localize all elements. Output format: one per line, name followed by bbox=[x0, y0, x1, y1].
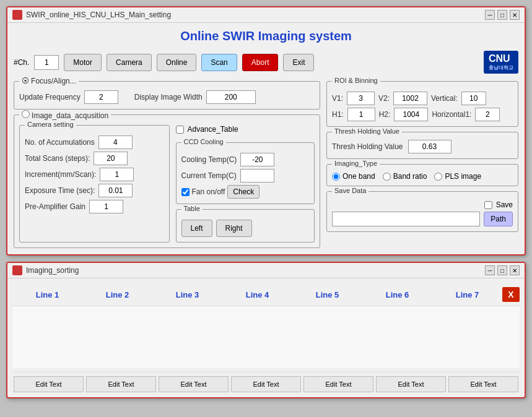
vertical-input[interactable] bbox=[461, 92, 486, 105]
sort-close-x-btn[interactable]: X bbox=[502, 287, 520, 302]
thresh-holding-title: Thresh Holding Value bbox=[332, 127, 402, 135]
save-checkbox-row: Save bbox=[332, 200, 513, 209]
exposure-row: Exposure Time (sec): bbox=[25, 184, 164, 197]
image-data-group: Image_data_acqusition Camera setting No.… bbox=[14, 114, 320, 248]
line-2-tab[interactable]: Line 2 bbox=[82, 290, 152, 299]
current-temp-input[interactable] bbox=[240, 169, 274, 183]
line-3-tab[interactable]: Line 3 bbox=[152, 290, 222, 299]
camera-button[interactable]: Camera bbox=[107, 54, 152, 71]
fan-checkbox[interactable] bbox=[181, 188, 190, 196]
app-icon bbox=[12, 10, 22, 20]
one-band-radio[interactable] bbox=[332, 173, 340, 181]
maximize-btn[interactable]: □ bbox=[497, 10, 507, 20]
sort-title-bar: Imaging_sorting ─ □ ✕ bbox=[7, 263, 525, 278]
edit-text-4-btn[interactable]: Edit Text bbox=[231, 376, 301, 392]
left-button[interactable]: Left bbox=[181, 220, 212, 237]
path-button[interactable]: Path bbox=[484, 212, 513, 226]
display-width-input[interactable] bbox=[206, 90, 256, 104]
edit-text-3-btn[interactable]: Edit Text bbox=[159, 376, 229, 392]
main-window: SWIR_online_HIS_CNU_LHS_Main_setting ─ □… bbox=[6, 6, 526, 256]
sort-minimize-btn[interactable]: ─ bbox=[485, 265, 495, 275]
imaging-type-row: One band Band ratio PLS image bbox=[332, 170, 513, 181]
check-button[interactable]: Check bbox=[227, 185, 259, 199]
h1-input[interactable] bbox=[347, 108, 375, 121]
cooling-temp-label: Cooling Temp(C) bbox=[181, 155, 237, 164]
h2-input[interactable] bbox=[394, 108, 428, 121]
left-panel: ⦿ Focus/Align... Update Frequency Displa… bbox=[14, 81, 320, 248]
ch-input[interactable] bbox=[34, 55, 59, 70]
abort-button[interactable]: Abort bbox=[242, 54, 279, 71]
sort-maximize-btn[interactable]: □ bbox=[497, 265, 507, 275]
edit-text-6-btn[interactable]: Edit Text bbox=[376, 376, 446, 392]
line-6-tab[interactable]: Line 6 bbox=[362, 290, 432, 299]
exposure-input[interactable] bbox=[98, 184, 133, 197]
cooling-temp-input[interactable] bbox=[240, 153, 274, 166]
line-7-tab[interactable]: Line 7 bbox=[432, 290, 502, 299]
main-window-title: SWIR_online_HIS_CNU_LHS_Main_setting bbox=[26, 11, 171, 19]
title-bar-controls: ─ □ ✕ bbox=[485, 10, 520, 20]
thresh-holding-group: Thresh Holding Value Thresh Holding Valu… bbox=[326, 132, 518, 159]
thresh-input[interactable] bbox=[408, 140, 451, 153]
h1-label: H1: bbox=[332, 110, 344, 119]
close-btn[interactable]: ✕ bbox=[510, 10, 520, 20]
pls-image-label: PLS image bbox=[445, 172, 481, 181]
main-title-bar: SWIR_online_HIS_CNU_LHS_Main_setting ─ □… bbox=[7, 7, 525, 23]
right-button[interactable]: Right bbox=[216, 220, 252, 237]
roi-binning-group: ROI & Binning V1: V2: Vertical: H1: bbox=[326, 81, 518, 127]
preamp-label: Pre-Amplifier Gain bbox=[25, 202, 85, 211]
v1-input[interactable] bbox=[347, 92, 375, 105]
line-1-tab[interactable]: Line 1 bbox=[12, 290, 82, 299]
cnu-logo: CNU 충남대학교 bbox=[484, 51, 518, 74]
save-data-group: Save Data Save Path bbox=[326, 191, 518, 232]
exit-button[interactable]: Exit bbox=[283, 54, 314, 71]
online-button[interactable]: Online bbox=[157, 54, 197, 71]
save-path-row: Path bbox=[332, 209, 513, 226]
edit-text-1-btn[interactable]: Edit Text bbox=[14, 376, 84, 392]
update-freq-row: Update Frequency Display Image Width bbox=[19, 90, 315, 104]
roi-row2: H1: H2: Horizontal1: bbox=[332, 108, 513, 121]
advance-table-checkbox[interactable] bbox=[176, 126, 184, 134]
ccd-cooling-title: CCD Cooling bbox=[181, 138, 226, 145]
edit-text-2-btn[interactable]: Edit Text bbox=[86, 376, 156, 392]
vertical-label: Vertical: bbox=[431, 94, 458, 103]
no-accum-input[interactable] bbox=[98, 135, 133, 149]
minimize-btn[interactable]: ─ bbox=[485, 10, 495, 20]
right-panel: ROI & Binning V1: V2: Vertical: H1: bbox=[326, 81, 518, 248]
edit-text-5-btn[interactable]: Edit Text bbox=[303, 376, 373, 392]
horizontal-input[interactable] bbox=[475, 108, 500, 121]
one-band-option[interactable]: One band bbox=[332, 172, 375, 181]
preamp-input[interactable] bbox=[89, 200, 123, 213]
table-title: Table bbox=[181, 205, 203, 212]
save-path-input[interactable] bbox=[332, 212, 480, 226]
edit-text-7-btn[interactable]: Edit Text bbox=[448, 376, 518, 392]
cnu-logo-sub: 충남대학교 bbox=[489, 64, 513, 71]
title-bar-left: SWIR_online_HIS_CNU_LHS_Main_setting bbox=[12, 10, 171, 20]
imaging-type-group: Imaging_Type One band Band ratio PLS bbox=[326, 164, 518, 186]
no-accum-label: No. of Accumulations bbox=[25, 138, 95, 147]
scan-button[interactable]: Scan bbox=[201, 54, 237, 71]
save-checkbox[interactable] bbox=[484, 201, 492, 209]
edit-text-row: Edit Text Edit Text Edit Text Edit Text … bbox=[12, 372, 520, 392]
v2-input[interactable] bbox=[393, 92, 427, 105]
pls-image-radio[interactable] bbox=[434, 173, 442, 181]
band-ratio-radio[interactable] bbox=[383, 173, 391, 181]
ch-label: #Ch. bbox=[14, 58, 29, 67]
current-temp-row: Current Temp(C) bbox=[181, 169, 310, 183]
increment-input[interactable] bbox=[100, 168, 134, 181]
line-4-tab[interactable]: Line 4 bbox=[222, 290, 292, 299]
roi-row1: V1: V2: Vertical: bbox=[332, 92, 513, 105]
v2-label: V2: bbox=[378, 94, 390, 103]
increment-row: Increment(mm/Scan): bbox=[25, 168, 164, 181]
fan-row: Fan on/off Check bbox=[181, 185, 310, 199]
sort-title-controls: ─ □ ✕ bbox=[485, 265, 520, 275]
horizontal-label: Horizontal1: bbox=[432, 110, 471, 119]
total-scans-input[interactable] bbox=[94, 152, 128, 165]
sort-close-btn[interactable]: ✕ bbox=[510, 265, 520, 275]
pls-image-option[interactable]: PLS image bbox=[434, 172, 481, 181]
line-5-tab[interactable]: Line 5 bbox=[292, 290, 362, 299]
thresh-label: Thresh Holding Value bbox=[332, 142, 403, 151]
band-ratio-option[interactable]: Band ratio bbox=[383, 172, 427, 181]
motor-button[interactable]: Motor bbox=[64, 54, 102, 71]
update-freq-input[interactable] bbox=[84, 90, 118, 104]
image-data-radio[interactable] bbox=[22, 110, 30, 118]
